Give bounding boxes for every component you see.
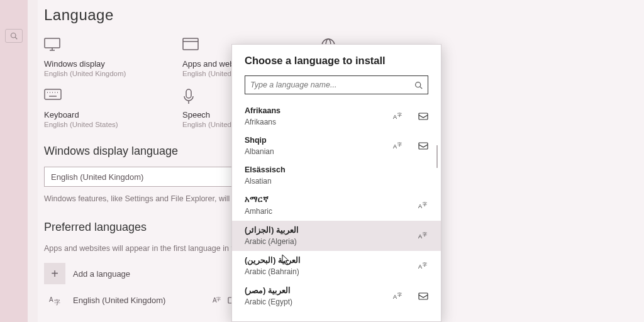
tile-windows-display[interactable]: Windows display English (United Kingdom) — [44, 38, 151, 77]
language-search-input[interactable] — [250, 80, 414, 89]
text-to-speech-icon: A字 — [418, 231, 428, 240]
svg-text:字: 字 — [54, 299, 60, 306]
language-option[interactable]: ElsässischAlsatian — [232, 161, 441, 191]
language-english-name: Albanian — [245, 147, 393, 156]
text-to-speech-icon: A字 — [393, 292, 403, 301]
svg-text:A: A — [418, 264, 422, 270]
language-option[interactable]: العربية (مصر)Arabic (Egypt)A字 — [232, 281, 441, 311]
plus-icon: + — [44, 263, 65, 284]
svg-rect-29 — [419, 113, 428, 119]
choose-language-dialog: Choose a language to install AfrikaansAf… — [231, 44, 441, 322]
language-native-name: العربية (مصر) — [245, 286, 393, 295]
language-pack-icon — [418, 112, 428, 121]
language-pack-icon — [418, 142, 428, 150]
svg-text:字: 字 — [423, 232, 427, 236]
add-language-label: Add a language — [73, 269, 130, 279]
monitor-icon — [44, 38, 151, 54]
language-capability-icons: A字 — [393, 292, 428, 301]
language-english-name: Arabic (Algeria) — [245, 237, 418, 246]
language-option[interactable]: العربية (الجزائر)Arabic (Algeria)A字 — [232, 221, 441, 251]
rail-search-button[interactable] — [5, 29, 23, 43]
language-native-name: العربية (الجزائر) — [245, 225, 418, 235]
svg-text:A: A — [418, 233, 422, 240]
tile-keyboard[interactable]: Keyboard English (United States) — [44, 89, 151, 128]
language-capability-icons: A字 — [418, 262, 428, 270]
language-list[interactable]: AfrikaansAfrikaansA字ShqipAlbanianA字Elsäs… — [232, 102, 441, 311]
svg-rect-17 — [186, 89, 191, 98]
svg-text:A: A — [49, 296, 53, 303]
tile-label: Windows display — [44, 59, 151, 69]
svg-text:A: A — [418, 203, 422, 209]
svg-rect-32 — [419, 143, 428, 149]
text-to-speech-icon: A字 — [393, 142, 403, 150]
tile-sub: English (United Kingdom) — [44, 70, 151, 77]
language-native-name: العربية (البحرين) — [245, 255, 418, 265]
language-option[interactable]: العربية (البحرين)Arabic (Bahrain)A字 — [232, 251, 441, 281]
svg-text:字: 字 — [216, 297, 221, 301]
language-native-name: Elsässisch — [245, 165, 428, 174]
tile-sub: English (United States) — [44, 121, 151, 128]
language-pack-icon — [418, 292, 428, 301]
dialog-title: Choose a language to install — [232, 45, 441, 67]
svg-rect-2 — [45, 38, 60, 48]
language-native-name: አማርኛ — [245, 195, 418, 204]
svg-text:字: 字 — [397, 113, 402, 117]
language-option[interactable]: AfrikaansAfrikaansA字 — [232, 102, 441, 131]
svg-line-26 — [420, 86, 422, 88]
dropdown-value: English (United Kingdom) — [51, 172, 143, 182]
keyboard-icon — [44, 89, 151, 105]
svg-rect-10 — [45, 89, 61, 99]
language-english-name: Alsatian — [245, 177, 428, 186]
svg-text:字: 字 — [423, 262, 427, 267]
language-english-name: Afrikaans — [245, 118, 393, 126]
scrollbar-thumb[interactable] — [436, 145, 438, 168]
language-english-name: Amharic — [245, 207, 418, 216]
svg-text:字: 字 — [397, 292, 402, 297]
language-capability-icons: A字 — [418, 231, 428, 240]
svg-point-25 — [416, 82, 421, 87]
language-capability-icons: A字 — [393, 112, 428, 121]
text-to-speech-icon: A字 — [418, 262, 428, 270]
language-search-field[interactable] — [245, 75, 428, 94]
svg-text:字: 字 — [423, 202, 427, 206]
tile-label: Keyboard — [44, 110, 151, 119]
language-option[interactable]: አማርኛAmharicA字 — [232, 191, 441, 221]
language-native-name: Afrikaans — [245, 106, 393, 115]
text-to-speech-icon: A字 — [418, 201, 428, 210]
svg-text:A: A — [393, 143, 397, 150]
language-option[interactable]: ShqipAlbanianA字 — [232, 131, 441, 161]
left-rail — [0, 0, 28, 322]
page-title: Language — [44, 6, 629, 24]
language-english-name: Arabic (Bahrain) — [245, 267, 418, 276]
svg-text:A: A — [393, 294, 397, 300]
svg-rect-41 — [419, 293, 428, 299]
svg-text:A: A — [393, 114, 397, 120]
svg-rect-5 — [183, 38, 198, 50]
language-capability-icons: A字 — [418, 201, 428, 210]
language-row-label: English (United Kingdom) — [73, 296, 205, 305]
language-glyph-icon: A字 — [44, 293, 65, 307]
language-native-name: Shqip — [245, 136, 393, 145]
svg-text:字: 字 — [397, 142, 402, 147]
svg-line-1 — [15, 37, 17, 39]
language-capability-icons: A字 — [393, 142, 428, 150]
search-icon — [414, 81, 423, 89]
language-english-name: Arabic (Egypt) — [245, 297, 393, 306]
text-to-speech-icon: A字 — [393, 112, 403, 121]
svg-point-0 — [11, 33, 16, 38]
